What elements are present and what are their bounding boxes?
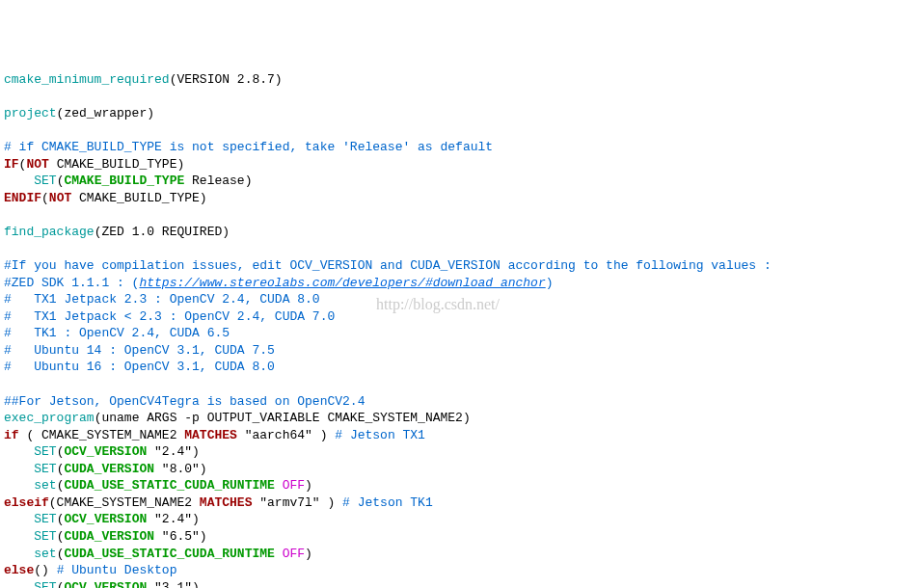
paren: ( xyxy=(41,191,49,205)
kw-if: IF xyxy=(4,157,19,172)
args: "8.0") xyxy=(154,462,207,476)
indent xyxy=(4,174,34,188)
code-block: cmake_minimum_required(VERSION 2.8.7) pr… xyxy=(4,71,917,588)
func-set: SET xyxy=(34,512,56,526)
indent xyxy=(4,478,34,493)
kw-if: if xyxy=(4,428,19,442)
kw-endif: ENDIF xyxy=(4,191,41,205)
func-find-package: find_package xyxy=(4,225,95,239)
args: (VERSION 2.8.7) xyxy=(170,72,283,87)
args: (zed_wrapper) xyxy=(57,106,154,120)
args: "6.5") xyxy=(154,529,207,544)
args: () xyxy=(34,563,56,577)
indent xyxy=(4,547,34,561)
comment: # Jetson TX1 xyxy=(335,428,425,442)
comment: # Jetson TK1 xyxy=(342,495,433,510)
args: "armv7l" ) xyxy=(252,495,342,510)
args: (uname ARGS -p OUTPUT_VARIABLE CMAKE_SYS… xyxy=(95,411,471,425)
indent xyxy=(4,580,34,588)
var-cuda-static: CUDA_USE_STATIC_CUDA_RUNTIME xyxy=(64,547,274,561)
space xyxy=(275,478,283,493)
var-cuda-static: CUDA_USE_STATIC_CUDA_RUNTIME xyxy=(64,478,274,493)
space xyxy=(275,547,283,561)
kw-matches: MATCHES xyxy=(184,428,237,442)
func-project: project xyxy=(4,106,57,120)
var-ocv: OCV_VERSION xyxy=(64,512,147,526)
paren: ) xyxy=(305,547,312,561)
func-set: SET xyxy=(34,174,56,188)
comment: # Ubuntu Desktop xyxy=(57,563,177,577)
func-set: SET xyxy=(34,580,56,588)
const-off: OFF xyxy=(283,478,305,493)
args: Release) xyxy=(184,174,252,188)
args: (CMAKE_SYSTEM_NAME2 xyxy=(49,495,200,510)
var-cuda: CUDA_VERSION xyxy=(64,462,154,476)
comment: # TK1 : OpenCV 2.4, CUDA 6.5 xyxy=(4,326,230,340)
comment: # Ubuntu 16 : OpenCV 3.1, CUDA 8.0 xyxy=(4,360,275,374)
args: ( CMAKE_SYSTEM_NAME2 xyxy=(19,428,185,442)
indent xyxy=(4,512,34,526)
func-cmake-min: cmake_minimum_required xyxy=(4,72,170,87)
kw-not: NOT xyxy=(49,191,71,205)
kw-matches: MATCHES xyxy=(200,495,253,510)
kw-else: else xyxy=(4,563,34,577)
comment: # if CMAKE_BUILD_TYPE is not specified, … xyxy=(4,140,493,154)
args: CMAKE_BUILD_TYPE) xyxy=(71,191,206,205)
func-exec: exec_program xyxy=(4,411,95,425)
comment: ##For Jetson, OpenCV4Tegra is based on O… xyxy=(4,394,365,409)
var-cuda: CUDA_VERSION xyxy=(64,529,154,544)
func-set: SET xyxy=(34,529,56,544)
indent xyxy=(4,529,34,544)
comment: # Ubuntu 14 : OpenCV 3.1, CUDA 7.5 xyxy=(4,343,275,358)
args: (ZED 1.0 REQUIRED) xyxy=(95,225,230,239)
const-off: OFF xyxy=(283,547,305,561)
comment: # TX1 Jetpack < 2.3 : OpenCV 2.4, CUDA 7… xyxy=(4,309,335,324)
var-build-type: CMAKE_BUILD_TYPE xyxy=(64,174,184,188)
args: "2.4") xyxy=(147,444,200,459)
args: "3.1") xyxy=(147,580,200,588)
args: "2.4") xyxy=(147,512,200,526)
kw-elseif: elseif xyxy=(4,495,49,510)
comment: #ZED SDK 1.1.1 : ( xyxy=(4,276,139,290)
indent xyxy=(4,462,34,476)
comment: # TX1 Jetpack 2.3 : OpenCV 2.4, CUDA 8.0 xyxy=(4,292,320,307)
var-ocv: OCV_VERSION xyxy=(64,444,147,459)
comment: #If you have compilation issues, edit OC… xyxy=(4,258,772,273)
url-link[interactable]: https://www.stereolabs.com/developers/#d… xyxy=(139,276,545,290)
func-set: set xyxy=(34,478,56,493)
var-ocv: OCV_VERSION xyxy=(64,580,147,588)
args: "aarch64" ) xyxy=(237,428,335,442)
kw-not: NOT xyxy=(26,157,48,172)
func-set: SET xyxy=(34,462,56,476)
args: CMAKE_BUILD_TYPE) xyxy=(49,157,184,172)
comment: ) xyxy=(546,276,554,290)
indent xyxy=(4,444,34,459)
paren: ) xyxy=(305,478,312,493)
func-set: SET xyxy=(34,444,56,459)
func-set: set xyxy=(34,547,56,561)
